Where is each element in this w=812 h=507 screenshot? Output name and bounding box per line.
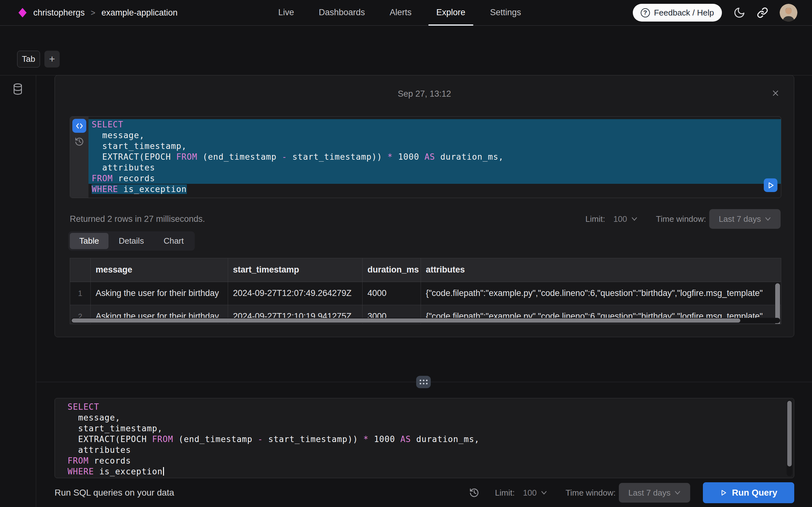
query-meta-row: Returned 2 rows in 27 milliseconds. Limi… — [70, 209, 780, 229]
run-query-button[interactable]: Run Query — [703, 482, 794, 503]
text-cursor — [163, 467, 164, 475]
view-tabs: TableDetailsChart — [68, 231, 195, 250]
limit-value: 100 — [613, 214, 627, 224]
code-line: WHERE is_exception — [89, 184, 781, 194]
sql-editor[interactable]: SELECT message, start_timestamp, EXTRACT… — [55, 398, 794, 478]
code-line: EXTRACT(EPOCH FROM (end_timestamp - star… — [55, 434, 794, 445]
code-line: start_timestamp, — [89, 141, 781, 152]
editor-sql-code: SELECT message, start_timestamp, EXTRACT… — [55, 401, 794, 477]
chevron-down-icon — [631, 217, 638, 221]
view-tab-table[interactable]: Table — [70, 233, 108, 249]
limit-label: Limit: — [495, 488, 515, 498]
nav-live[interactable]: Live — [270, 0, 302, 26]
code-line: FROM records — [55, 455, 794, 466]
breadcrumb-separator: > — [91, 8, 96, 17]
cell-message: Asking the user for their birthday — [90, 282, 228, 305]
time-window-value: Last 7 days — [628, 488, 670, 498]
chevron-down-icon — [674, 491, 681, 495]
nav-alerts[interactable]: Alerts — [382, 0, 419, 26]
code-line: start_timestamp, — [55, 423, 794, 434]
add-tab-button[interactable]: + — [44, 51, 60, 67]
limit-select[interactable]: 100 — [613, 214, 638, 224]
card-sql-block: SELECT message, start_timestamp, EXTRACT… — [70, 116, 781, 198]
breadcrumb-project[interactable]: example-application — [101, 8, 177, 18]
view-tab-details[interactable]: Details — [109, 233, 153, 249]
card-query-controls: Limit: 100 Time window: Last 7 days — [586, 209, 780, 229]
topbar-right: ? Feedback / Help — [633, 0, 798, 25]
history-icon[interactable] — [74, 137, 84, 147]
editor-vertical-scrollbar — [786, 400, 792, 476]
cell-start_timestamp: 2024-09-27T12:07:49.264279Z — [228, 282, 362, 305]
code-line: SELECT — [55, 401, 794, 412]
code-line: message, — [89, 130, 781, 141]
editor-vscroll-thumb[interactable] — [787, 401, 792, 466]
footer-query-controls: Limit: 100 Time window: Last 7 days Run … — [469, 482, 794, 503]
query-result-card: Sep 27, 13:12 SELECT message, start_time… — [55, 75, 794, 337]
chevron-down-icon — [541, 491, 547, 495]
code-line: EXTRACT(EPOCH FROM (end_timestamp - star… — [89, 152, 781, 162]
nav-settings[interactable]: Settings — [482, 0, 529, 26]
row-number: 1 — [70, 282, 90, 305]
close-icon[interactable] — [771, 89, 780, 98]
code-line: attributes — [89, 162, 781, 173]
time-window-select[interactable]: Last 7 days — [709, 209, 780, 229]
code-line: SELECT — [89, 119, 781, 130]
topbar: christophergs > example-application Live… — [0, 0, 812, 26]
time-window-label: Time window: — [656, 214, 706, 224]
avatar[interactable] — [780, 4, 798, 21]
time-window-label: Time window: — [565, 488, 616, 498]
history-icon[interactable] — [469, 488, 479, 498]
question-circle-icon: ? — [641, 8, 650, 17]
column-header-attributes: attributes — [420, 258, 781, 282]
tab-button[interactable]: Tab — [17, 51, 40, 67]
run-inline-button[interactable] — [764, 178, 777, 192]
play-icon — [720, 489, 727, 497]
limit-label: Limit: — [586, 214, 605, 224]
sidebar — [0, 75, 36, 507]
limit-value: 100 — [523, 488, 537, 498]
table-vertical-scrollbar — [775, 282, 780, 318]
card-sql-code[interactable]: SELECT message, start_timestamp, EXTRACT… — [89, 117, 781, 198]
moon-icon[interactable] — [733, 7, 745, 19]
results-table: messagestart_timestampduration_msattribu… — [70, 258, 781, 324]
main-nav: LiveDashboardsAlertsExploreSettings — [270, 0, 529, 26]
code-line: attributes — [55, 445, 794, 455]
table-horizontal-scrollbar — [71, 318, 780, 323]
results-thead: messagestart_timestampduration_msattribu… — [70, 258, 781, 282]
breadcrumb: christophergs > example-application — [18, 0, 177, 25]
breadcrumb-org[interactable]: christophergs — [33, 8, 85, 18]
query-timestamp: Sep 27, 13:12 — [55, 89, 794, 99]
sql-gutter — [70, 117, 89, 198]
footer-hint: Run SQL queries on your data — [55, 488, 174, 498]
column-header-start_timestamp: start_timestamp — [228, 258, 362, 282]
nav-explore[interactable]: Explore — [428, 0, 473, 26]
code-line: message, — [55, 412, 794, 423]
view-tab-chart[interactable]: Chart — [154, 233, 194, 249]
table-row[interactable]: 1Asking the user for their birthday2024-… — [70, 282, 781, 305]
table-hscroll-thumb[interactable] — [72, 319, 740, 323]
splitter-handle[interactable] — [416, 376, 431, 388]
run-query-label: Run Query — [732, 488, 777, 498]
footer-toolbar: Run SQL queries on your data Limit: 100 … — [36, 478, 812, 507]
nav-dashboards[interactable]: Dashboards — [311, 0, 373, 26]
database-icon[interactable] — [12, 83, 23, 95]
column-header-rownum — [70, 258, 90, 282]
code-line: WHERE is_exception — [55, 466, 794, 477]
time-window-value: Last 7 days — [719, 214, 761, 224]
column-header-message: message — [90, 258, 228, 282]
result-summary: Returned 2 rows in 27 milliseconds. — [70, 214, 205, 224]
cell-duration_ms: 4000 — [362, 282, 420, 305]
logfire-logo-icon[interactable] — [18, 8, 27, 18]
code-chevrons-icon[interactable] — [72, 119, 86, 133]
link-icon[interactable] — [757, 7, 768, 18]
feedback-help-button[interactable]: ? Feedback / Help — [633, 4, 722, 21]
limit-select[interactable]: 100 — [523, 488, 547, 498]
column-header-duration_ms: duration_ms — [362, 258, 420, 282]
cell-attributes: {"code.filepath":"example.py","code.line… — [420, 282, 781, 305]
feedback-help-label: Feedback / Help — [654, 8, 714, 18]
code-line: FROM records — [89, 173, 781, 184]
time-window-select[interactable]: Last 7 days — [619, 483, 690, 503]
chevron-down-icon — [765, 217, 771, 221]
table-header-row: messagestart_timestampduration_msattribu… — [70, 258, 781, 282]
